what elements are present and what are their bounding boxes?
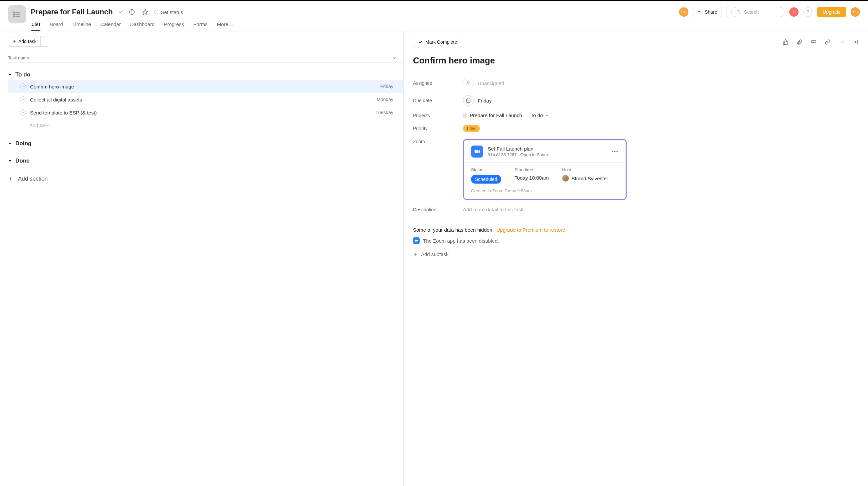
check-circle-icon[interactable] (20, 109, 26, 116)
member-avatar[interactable]: SS (679, 7, 688, 17)
star-icon[interactable] (141, 8, 150, 17)
add-task-dropdown[interactable] (40, 36, 49, 46)
section-done[interactable]: Done (8, 156, 403, 166)
mark-complete-label: Mark Complete (425, 39, 457, 45)
chevron-down-icon[interactable] (392, 56, 397, 60)
task-name: Confirm hero image (30, 84, 74, 90)
svg-rect-35 (475, 150, 478, 153)
add-task-label: Add task (18, 39, 36, 44)
zoom-host-value: Strand Sylvester (562, 175, 608, 182)
calendar-icon (463, 95, 474, 106)
task-row[interactable]: Confirm hero image Friday (8, 80, 403, 93)
svg-point-27 (843, 42, 844, 42)
add-subtask-label: Add subtask (421, 251, 449, 257)
zoom-card: Set Fall Launch plan 914 8135 7267 · Ope… (463, 139, 627, 200)
add-task-inline[interactable]: Add task… (8, 119, 403, 131)
projects-value[interactable]: Prepare for Fall Launch To do (463, 112, 549, 118)
search-icon (736, 9, 741, 15)
plus-icon (8, 176, 13, 182)
section-label: To do (16, 71, 30, 78)
zoom-status-badge: Scheduled (471, 175, 501, 184)
upgrade-button[interactable]: Upgrade (817, 7, 846, 18)
section-label: Done (16, 158, 30, 164)
zoom-created: Created in Zoom Today 9:53am (465, 188, 625, 198)
assignee-value[interactable]: Unassigned (463, 78, 504, 89)
tab-progress[interactable]: Progress (164, 21, 184, 31)
subtask-icon[interactable] (811, 39, 816, 45)
svg-point-3 (13, 14, 15, 15)
svg-point-23 (814, 40, 815, 41)
add-subtask-button[interactable]: Add subtask (413, 251, 449, 257)
caret-down-icon (8, 159, 12, 163)
zoom-icon (471, 145, 483, 158)
svg-marker-38 (417, 240, 418, 242)
project-title[interactable]: Prepare for Fall Launch (31, 8, 113, 17)
tab-board[interactable]: Board (50, 21, 63, 31)
zoom-start-label: Start time (515, 167, 549, 172)
zoom-host-label: Host (562, 167, 608, 172)
check-icon (418, 40, 423, 44)
add-task-main[interactable]: Add task (8, 36, 40, 46)
caret-down-icon (8, 73, 12, 77)
check-circle-icon[interactable] (20, 84, 26, 90)
quick-add-button[interactable] (789, 7, 799, 17)
more-icon[interactable] (839, 39, 845, 45)
task-due: Tuesday (376, 110, 398, 115)
attachment-icon[interactable] (797, 39, 803, 45)
section-todo[interactable]: To do (8, 69, 403, 80)
add-section-button[interactable]: Add section (8, 175, 403, 182)
view-tabs: List Board Timeline Calendar Dashboard P… (31, 21, 860, 31)
like-icon[interactable] (782, 39, 788, 45)
description-input[interactable]: Add more detail to this task… (463, 206, 528, 212)
detail-title[interactable]: Confirm hero image (413, 56, 859, 66)
plus-icon (413, 252, 417, 257)
help-button[interactable]: ? (803, 7, 813, 17)
search-input[interactable] (744, 9, 779, 15)
project-chip[interactable]: Prepare for Fall Launch (463, 112, 522, 118)
svg-rect-31 (467, 99, 470, 102)
tab-calendar[interactable]: Calendar (100, 21, 121, 31)
tab-timeline[interactable]: Timeline (72, 21, 91, 31)
zoom-disabled-text: The Zoom app has been disabled. (423, 238, 499, 244)
svg-point-26 (841, 42, 842, 42)
svg-point-30 (467, 82, 469, 83)
collapse-icon[interactable] (852, 39, 859, 45)
tab-dashboard[interactable]: Dashboard (130, 21, 155, 31)
task-row[interactable]: Collect all digital assets Monday (8, 93, 403, 106)
priority-value[interactable]: Low (463, 125, 480, 132)
zoom-subtitle: 914 8135 7267 · Open in Zoom (488, 152, 548, 157)
divider (726, 7, 726, 17)
zoom-title[interactable]: Set Fall Launch plan (488, 146, 548, 152)
header: Prepare for Fall Launch Set status SS Sh… (0, 1, 868, 31)
task-due: Monday (377, 97, 398, 102)
chevron-down-icon[interactable] (118, 9, 123, 15)
info-icon[interactable] (127, 8, 136, 17)
mark-complete-button[interactable]: Mark Complete (413, 37, 462, 47)
column-header: Task name (8, 54, 403, 63)
svg-point-25 (840, 42, 840, 42)
project-section-select[interactable]: To do (531, 112, 549, 118)
duedate-value[interactable]: Friday (463, 95, 492, 106)
priority-label: Priority (413, 126, 456, 131)
more-icon[interactable]: ••• (612, 149, 619, 154)
link-icon[interactable] (825, 39, 831, 45)
add-task-button[interactable]: Add task (8, 36, 49, 47)
task-detail-pane: Mark Complete Confirm hero image Assigne… (404, 31, 868, 486)
tab-more[interactable]: More… (217, 21, 234, 31)
section-doing[interactable]: Doing (8, 138, 403, 149)
chevron-down-icon (545, 114, 549, 118)
set-status[interactable]: Set status (154, 9, 183, 15)
task-row[interactable]: Send template to ESP (& test) Tuesday (8, 106, 403, 119)
tab-forms[interactable]: Forms (193, 21, 208, 31)
section-label: Doing (16, 140, 31, 147)
assignee-text: Unassigned (478, 80, 504, 86)
profile-avatar[interactable]: SS (850, 7, 860, 17)
share-button[interactable]: Share (693, 7, 721, 17)
upgrade-restore-link[interactable]: Upgrade to Premium to restore (496, 227, 565, 233)
share-label: Share (705, 9, 717, 15)
open-in-zoom[interactable]: Open in Zoom (521, 152, 548, 157)
tab-list[interactable]: List (31, 21, 40, 31)
check-circle-icon[interactable] (20, 96, 26, 102)
search-box[interactable] (731, 7, 784, 17)
project-icon[interactable] (8, 5, 26, 23)
